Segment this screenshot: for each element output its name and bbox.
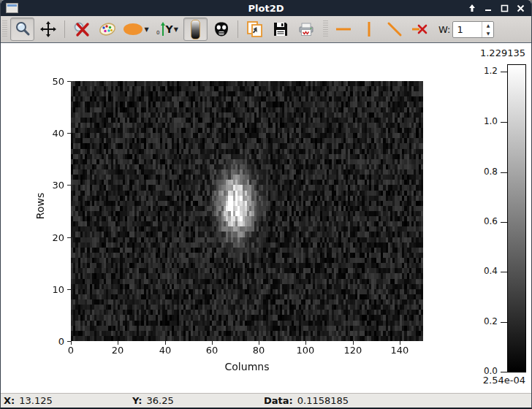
save-button[interactable]: [268, 18, 292, 41]
horizontal-profile-button[interactable]: [331, 18, 355, 41]
y-tick-mark: [67, 133, 71, 134]
vertical-profile-button[interactable]: [357, 18, 381, 41]
y-tick-mark: [67, 185, 71, 186]
cursor-x-value: 13.125: [19, 395, 53, 406]
colorbar-tick-label: 1.0: [473, 116, 498, 126]
x-tick-label: 60: [197, 345, 227, 356]
y-tick-mark: [67, 81, 71, 82]
palette-icon: [98, 20, 117, 38]
x-axis-title: Columns: [174, 361, 320, 372]
x-tick-label: 0: [56, 345, 86, 356]
close-icon: [517, 4, 525, 12]
y-tick-mark: [67, 237, 71, 238]
close-button[interactable]: [514, 1, 527, 15]
spin-down-button[interactable]: ▼: [482, 29, 493, 37]
print-button[interactable]: [294, 18, 318, 41]
window-title: Plot2D: [1, 3, 531, 14]
zoom-mode-button[interactable]: [10, 18, 34, 41]
save-icon: [272, 20, 289, 38]
free-line-profile-button[interactable]: [382, 18, 406, 41]
y-axis-up-icon: [160, 22, 166, 37]
cursor-x-readout: X: 13.125: [4, 395, 132, 406]
colorbar-tick-label: 0.6: [473, 216, 498, 226]
diagonal-line-icon: [386, 20, 403, 38]
chevron-down-icon: ▼: [144, 26, 148, 33]
cursor-data-readout: Data: 0.1158185: [264, 395, 349, 406]
colormap-dialog-button[interactable]: [95, 18, 119, 41]
y-axis-orientation-button[interactable]: 0 Y ▼: [153, 18, 182, 41]
y-tick-label: 50: [42, 76, 64, 87]
colorbar-max-label: 1.229135: [454, 47, 525, 58]
plot2d-window: Plot2D: [0, 0, 532, 409]
magnifier-icon: [14, 20, 31, 38]
maximize-button[interactable]: [498, 1, 511, 15]
colormap-quick-button[interactable]: ▼: [121, 18, 151, 41]
x-tick-label: 140: [385, 345, 414, 356]
cursor-y-label: Y:: [132, 395, 142, 406]
cursor-y-readout: Y: 36.25: [132, 395, 264, 406]
pan-arrows-icon: [39, 20, 57, 38]
clear-profile-icon: [411, 20, 430, 38]
window-controls: [466, 0, 527, 16]
status-bar: X: 13.125 Y: 36.25 Data: 0.1158185: [1, 393, 531, 408]
colorbar-tick-mark: [501, 72, 507, 72]
toolbar-grip[interactable]: [323, 20, 328, 38]
colorbar-tick-label: 0.4: [473, 266, 498, 276]
colorbar-tick-mark: [501, 372, 507, 372]
x-tick-label: 80: [244, 345, 273, 356]
colorbar-tick-label: 0.2: [473, 316, 498, 326]
mask-icon: [213, 20, 230, 38]
x-tick-label: 120: [338, 345, 368, 356]
x-tick-label: 20: [103, 345, 132, 356]
y-tick-mark: [67, 289, 71, 290]
spin-up-button[interactable]: ▲: [482, 22, 493, 30]
plot-area: 0 10 20 30 40 50 0 20 40 60 80 100 120 1…: [1, 44, 532, 393]
reset-zoom-button[interactable]: [69, 18, 94, 41]
chevron-down-icon: ▼: [174, 26, 178, 33]
mask-tools-button[interactable]: [209, 18, 233, 41]
toolbar-grip[interactable]: [2, 20, 7, 38]
pan-mode-button[interactable]: [36, 18, 60, 41]
colorbar-tick-mark: [501, 222, 507, 223]
colorbar-tick-mark: [501, 172, 507, 173]
y-tick-label: 40: [42, 128, 64, 139]
profile-width-spinbox[interactable]: 1 ▲ ▼: [452, 21, 494, 38]
x-tick-label: 40: [151, 345, 180, 356]
cursor-data-label: Data:: [264, 395, 293, 406]
y-tick-label: 20: [42, 232, 64, 243]
colorbar-toggle-button[interactable]: [183, 18, 208, 41]
zoom-reset-icon: [72, 20, 91, 38]
vertical-line-icon: [360, 20, 378, 39]
cursor-data-value: 0.1158185: [297, 395, 349, 406]
minimize-icon: [484, 4, 492, 12]
profile-width-value: 1: [453, 24, 482, 35]
profile-width-label: W:: [438, 24, 450, 35]
shade-button[interactable]: [466, 1, 479, 15]
copy-button[interactable]: [243, 18, 267, 41]
toolbar-separator: [238, 20, 238, 38]
toolbar: ▼ 0 Y ▼: [1, 16, 531, 43]
copy-icon: [246, 20, 265, 39]
y-axis-title: Rows: [34, 184, 46, 228]
up-arrow-icon: [468, 4, 476, 12]
colorbar-tick-label: 0.8: [473, 167, 498, 177]
minimize-button[interactable]: [482, 1, 495, 15]
colorbar-gradient[interactable]: [507, 64, 526, 372]
orange-ellipse-icon: [123, 23, 143, 36]
colorbar-min-label: 2.54e-04: [454, 375, 525, 386]
horizontal-line-icon: [334, 20, 353, 38]
maximize-icon: [501, 4, 509, 12]
title-bar: Plot2D: [1, 0, 531, 16]
clear-profile-button[interactable]: [408, 18, 432, 41]
colorbar-tick-mark: [501, 322, 507, 323]
colorbar-icon: [191, 20, 200, 39]
cursor-y-value: 36.25: [146, 395, 173, 406]
colorbar-tick-label: 1.2: [473, 66, 498, 76]
spinner-buttons: ▲ ▼: [482, 22, 493, 37]
printer-icon: [297, 20, 316, 38]
heatmap-image[interactable]: [71, 81, 423, 341]
y-axis-letter: Y: [166, 23, 173, 35]
x-tick-label: 100: [291, 345, 320, 356]
colorbar-tick-mark: [501, 272, 507, 272]
colorbar-tick-mark: [501, 122, 507, 123]
